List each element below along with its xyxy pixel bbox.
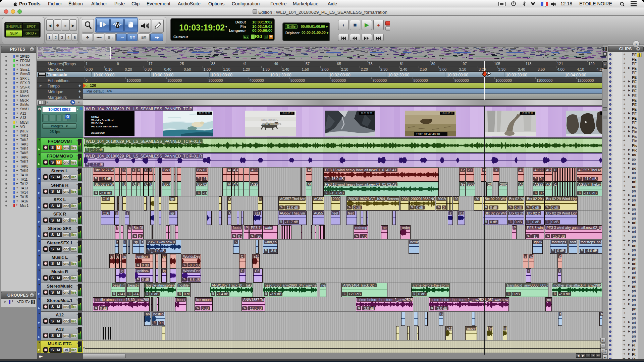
svg-text:TCG: 01:42:49:10: TCG: 01:42:49:10 — [416, 132, 440, 136]
svg-text:BBC Motion G: BBC Motion G — [261, 118, 278, 121]
svg-text:gettyimages: gettyimages — [262, 122, 282, 125]
